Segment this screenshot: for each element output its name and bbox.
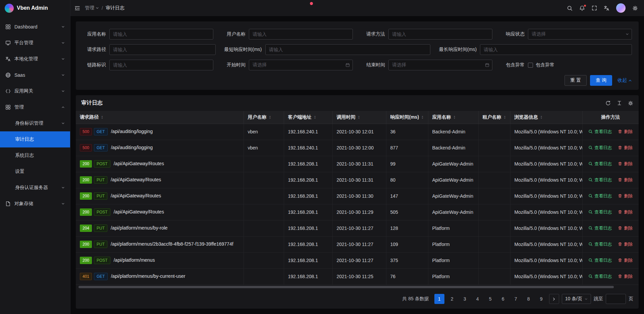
cell-request-path: 200PUT/api/platform/menus/2b3accf8-4fb8-… [76,236,244,252]
sidebar-item-localization[interactable]: 本地化管理 [0,51,70,67]
cell-call-time: 2021-10-30 11:31 [332,172,386,188]
sort-icon: ▲▼ [540,115,543,119]
view-log-button[interactable]: 查看日志 [588,145,612,151]
scrollbar-thumb[interactable] [78,286,614,288]
sidebar-subitem-settings[interactable]: 设置 [0,164,70,180]
column-header-2[interactable]: 用户名称▲▼ [244,111,284,124]
column-header-8[interactable]: 浏览器信息▲▼ [510,111,582,124]
view-log-button[interactable]: 查看日志 [588,241,612,247]
view-log-button[interactable]: 查看日志 [588,257,612,263]
delete-button[interactable]: 删除 [618,257,633,263]
page-button-4[interactable]: 4 [473,294,483,304]
end-time-picker[interactable]: 请选择 [388,60,492,70]
start-time-picker[interactable]: 请选择 [249,60,353,70]
user-name-input[interactable] [249,29,353,40]
delete-button[interactable]: 删除 [618,161,633,167]
page-button-8[interactable]: 8 [524,294,534,304]
page-button-9[interactable]: 9 [536,294,546,304]
cell-client-address: 192.168.208.1 [284,172,332,188]
page-button-3[interactable]: 3 [460,294,470,304]
view-log-button[interactable]: 查看日志 [588,225,612,231]
column-settings-icon[interactable] [628,101,633,106]
has-exception-checkbox[interactable] [528,63,533,68]
logo[interactable]: Vben Admin [0,0,70,16]
search-icon[interactable] [567,5,573,11]
user-name-label: 用户名称 [222,31,246,37]
request-path: /api/ApiGateway/Routes [114,209,164,214]
delete-button[interactable]: 删除 [618,273,633,279]
cell-request-path: 200PUT/api/ApiGateway/Routes [76,172,244,188]
method-badge: POST [94,160,110,168]
cell-user [244,236,284,252]
delete-button[interactable]: 删除 [618,129,633,135]
chevron-up-icon [61,106,65,109]
horizontal-scrollbar[interactable] [76,285,639,289]
page-size-select[interactable]: 10 条/页 [562,294,591,304]
delete-button[interactable]: 删除 [618,241,633,247]
fullscreen-icon[interactable] [592,5,597,11]
sidebar-item-gateway[interactable]: 应用网关 [0,83,70,99]
pagination-pages: 123456789 [434,294,546,304]
page-button-2[interactable]: 2 [447,294,457,304]
delete-button[interactable]: 删除 [618,145,633,151]
trace-id-input[interactable] [109,60,213,70]
cell-request-path: 200POST/api/ApiGateway/Routes [76,204,244,220]
delete-button[interactable]: 删除 [618,225,633,231]
method-badge: PUT [94,176,107,184]
view-log-button[interactable]: 查看日志 [588,193,612,199]
view-log-button[interactable]: 查看日志 [588,161,612,167]
max-response-input[interactable] [480,44,632,55]
delete-button[interactable]: 删除 [618,193,633,199]
page-jump-input[interactable] [606,294,626,304]
method-badge: GET [94,273,108,280]
delete-button[interactable]: 删除 [618,209,633,215]
sidebar-item-platform[interactable]: 平台管理 [0,35,70,51]
settings-gear-icon[interactable] [632,5,638,11]
query-button[interactable]: 查 询 [590,75,612,86]
cell-browser: Mozilla/5.0 (Windows NT 10.0; Win [510,172,582,188]
app-name-input[interactable] [109,29,213,40]
sidebar-subitem-system-log[interactable]: 系统日志 [0,147,70,164]
refresh-icon[interactable] [605,101,611,106]
view-log-button[interactable]: 查看日志 [588,129,612,135]
sidebar-subitem-audit-log[interactable]: 审计日志 [0,131,70,147]
next-page-button[interactable] [549,294,559,304]
column-header-3[interactable]: 客户端地址▲▼ [284,111,332,124]
collapse-button[interactable]: 收起 [618,77,632,83]
sidebar-subitem-identity[interactable]: 身份标识管理 [0,115,70,131]
column-header-6[interactable]: 应用名称▲▼ [428,111,478,124]
breadcrumb-item-parent[interactable]: 管理 [85,5,99,11]
column-header-7[interactable]: 租户名称▲▼ [478,111,510,124]
sidebar-subitem-auth-server[interactable]: 身份认证服务器 [0,180,70,196]
column-header-5[interactable]: 响应时间(ms)▲▼ [386,111,428,124]
page-button-7[interactable]: 7 [511,294,521,304]
page-button-6[interactable]: 6 [498,294,508,304]
sidebar-item-storage[interactable]: 对象存储 [0,196,70,212]
request-path-input[interactable] [109,44,216,55]
notification-bell-icon[interactable] [579,5,585,11]
column-header-1[interactable]: 请求路径▲▼ [76,111,244,124]
page-button-5[interactable]: 5 [485,294,495,304]
user-avatar[interactable] [616,3,626,13]
delete-button[interactable]: 删除 [618,177,633,183]
cell-browser: Mozilla/5.0 (Windows NT 10.0; Win [510,204,582,220]
cell-actions: 查看日志删除 [582,268,639,285]
http-method-input[interactable] [388,29,492,40]
cell-actions: 查看日志删除 [582,252,639,268]
sidebar-item-dashboard[interactable]: Dashboard [0,19,70,35]
translate-icon[interactable] [604,5,609,11]
min-response-input[interactable] [265,44,431,55]
sidebar-item-manage[interactable]: 管理 [0,99,70,115]
cell-app-name: Platform [428,268,478,285]
http-status-select[interactable]: 请选择 [528,29,632,40]
page-button-1[interactable]: 1 [434,294,444,304]
sidebar-item-saas[interactable]: Saas [0,67,70,83]
row-height-icon[interactable] [617,101,622,106]
cell-user [244,220,284,236]
view-log-button[interactable]: 查看日志 [588,273,612,279]
column-header-4[interactable]: 调用时间▲▼ [332,111,386,124]
view-log-button[interactable]: 查看日志 [588,177,612,183]
view-log-button[interactable]: 查看日志 [588,209,612,215]
reset-button[interactable]: 重 置 [565,75,587,86]
menu-fold-icon[interactable] [74,5,80,11]
